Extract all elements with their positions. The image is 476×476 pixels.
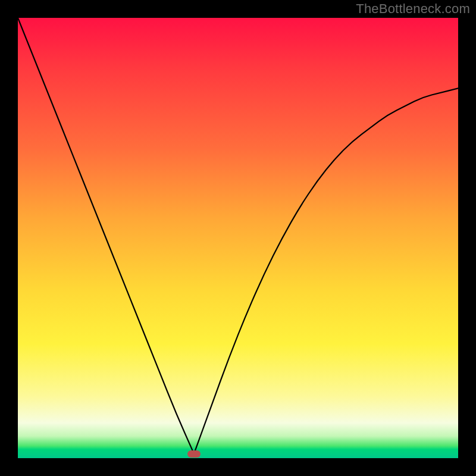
curve-path xyxy=(18,18,458,454)
bottleneck-curve xyxy=(18,18,458,458)
plot-area xyxy=(18,18,458,458)
optimal-point-marker xyxy=(187,450,201,458)
watermark-text: TheBottleneck.com xyxy=(356,1,470,17)
chart-stage: TheBottleneck.com xyxy=(0,0,476,476)
